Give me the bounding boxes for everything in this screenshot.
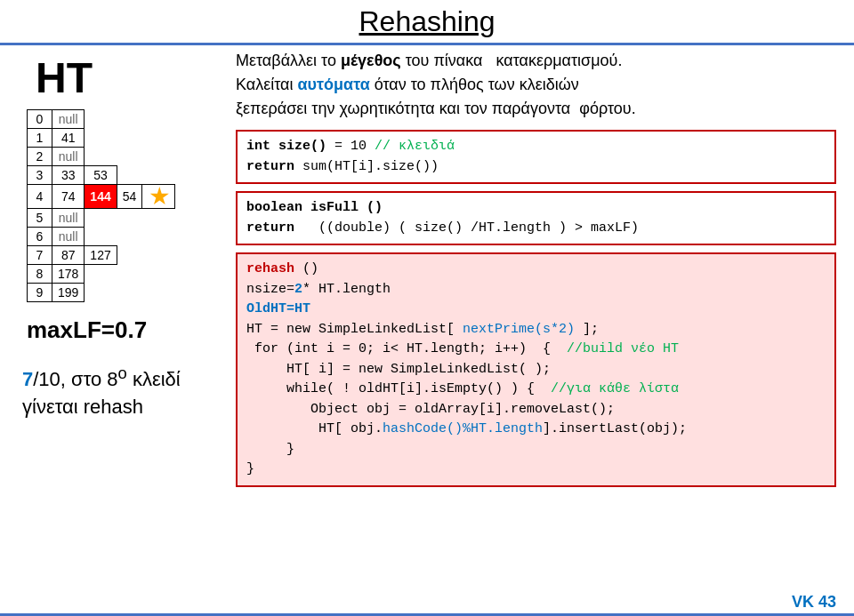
row-index: 0 bbox=[28, 110, 52, 129]
table-row: 9 199 bbox=[28, 284, 175, 302]
key-word: κλειδί bbox=[127, 368, 181, 390]
top-border bbox=[0, 43, 854, 45]
bottom-description: 7/10, στο 8ο κλειδί γίνεται rehash bbox=[22, 362, 222, 421]
row-value: 41 bbox=[52, 129, 85, 148]
code-rest: ((double) ( size() /HT.length ) > maxLF) bbox=[294, 220, 639, 236]
table-row: 0 null bbox=[28, 110, 175, 129]
ht-label: HT bbox=[36, 53, 222, 102]
code-line: HT[ i] = new SimpleLinkedList( ); bbox=[246, 360, 826, 380]
code-line: } bbox=[246, 460, 826, 480]
table-row: 7 87 127 bbox=[28, 246, 175, 265]
title-text: Rehashing bbox=[359, 5, 495, 38]
bold-megethos: μέγεθος bbox=[341, 52, 401, 69]
row-value: null bbox=[52, 148, 85, 166]
code-line: Object obj = oldArray[i].removeLast(); bbox=[246, 400, 826, 420]
comment-foreach: //για κάθε λίστα bbox=[551, 381, 679, 396]
table-row: 8 178 bbox=[28, 265, 175, 284]
row-index: 9 bbox=[28, 284, 52, 302]
code-line: return ((double) ( size() /HT.length ) >… bbox=[246, 219, 826, 239]
table-row: 5 null bbox=[28, 209, 175, 228]
row-value: null bbox=[52, 110, 85, 129]
code-line: boolean isFull () bbox=[246, 198, 826, 219]
auto-word: αυτόματα bbox=[297, 76, 369, 93]
code-box-rehash: rehash () nsize=2* HT.length OldHT=HT HT… bbox=[236, 252, 836, 487]
table-row: 1 41 bbox=[28, 129, 175, 148]
bottom-line1: 7/10, στο 8ο κλειδί bbox=[22, 362, 222, 394]
num-2: 2 bbox=[294, 282, 302, 297]
code-rest: = 10 // κλειδιά bbox=[326, 139, 455, 154]
slide-title: Rehashing bbox=[0, 0, 854, 43]
intro-text: Μεταβάλλει το μέγεθος του πίνακα κατακερ… bbox=[236, 49, 836, 121]
number-7: 7 bbox=[22, 368, 33, 390]
code-line: while( ! oldHT[i].isEmpty() ) { //για κά… bbox=[246, 380, 826, 400]
table-row: 6 null bbox=[28, 228, 175, 246]
code-line: return sum(HT[i].size()) bbox=[246, 157, 826, 178]
kw-return: return bbox=[246, 159, 294, 174]
code-line: HT[ obj.hashCode()%HT.length].insertLast… bbox=[246, 420, 826, 440]
hash-table: 0 null 1 41 2 null 3 33 53 4 74 144 54 bbox=[27, 109, 175, 302]
explosion-icon bbox=[142, 185, 175, 209]
row-index: 4 bbox=[28, 185, 52, 209]
bottom-line2: γίνεται rehash bbox=[22, 394, 222, 421]
vk-badge: VK 43 bbox=[792, 593, 836, 612]
kw-return2: return bbox=[246, 220, 294, 236]
code-line: OldHT=HT bbox=[246, 300, 826, 320]
row-index: 1 bbox=[28, 129, 52, 148]
code-line: HT = new SimpleLinkedList[ nextPrime(s*2… bbox=[246, 320, 826, 340]
code-line: } bbox=[246, 440, 826, 460]
right-panel: Μεταβάλλει το μέγεθος του πίνακα κατακερ… bbox=[236, 49, 836, 494]
row-index: 8 bbox=[28, 265, 52, 284]
code-line: for (int i = 0; i< HT.length; i++) { //b… bbox=[246, 340, 826, 360]
row-value: 127 bbox=[85, 246, 117, 265]
row-value: 178 bbox=[52, 265, 85, 284]
row-index: 7 bbox=[28, 246, 52, 265]
code-box-isfull: boolean isFull () return ((double) ( siz… bbox=[236, 191, 836, 245]
code-line: nsize=2* HT.length bbox=[246, 280, 826, 300]
row-value: 87 bbox=[52, 246, 85, 265]
code-line: int size() = 10 // κλειδιά bbox=[246, 137, 826, 157]
row-index: 5 bbox=[28, 209, 52, 228]
intro-line1: Μεταβάλλει το μέγεθος του πίνακα κατακερ… bbox=[236, 49, 836, 73]
row-value: null bbox=[52, 209, 85, 228]
maxlf-text: maxLF=0.7 bbox=[27, 316, 222, 344]
slash-10: /10, στο 8 bbox=[33, 368, 117, 390]
table-row: 3 33 53 bbox=[28, 166, 175, 185]
intro-line3: ξεπεράσει την χωρητικότητα και τον παράγ… bbox=[236, 97, 836, 121]
left-panel: HT 0 null 1 41 2 null 3 33 53 4 74 bbox=[18, 53, 222, 421]
comment-keys: // κλειδιά bbox=[375, 139, 455, 154]
code-line: rehash () bbox=[246, 260, 826, 280]
kw-nextprime: nextPrime(s*2) bbox=[463, 322, 575, 337]
row-value: 33 bbox=[52, 166, 85, 185]
row-value: null bbox=[52, 228, 85, 246]
row-value-highlighted: 144 bbox=[85, 185, 117, 209]
row-value: 53 bbox=[85, 166, 117, 185]
table-row: 2 null bbox=[28, 148, 175, 166]
code-box-size: int size() = 10 // κλειδιά return sum(HT… bbox=[236, 130, 836, 184]
superscript-o: ο bbox=[118, 364, 127, 382]
code-rest: sum(HT[i].size()) bbox=[294, 159, 439, 174]
comment-build: //build νέο ΗΤ bbox=[567, 341, 679, 356]
row-index: 2 bbox=[28, 148, 52, 166]
kw-boolean-isfull: boolean isFull () bbox=[246, 200, 383, 215]
kw-oldht: OldHT=HT bbox=[246, 301, 310, 316]
row-index: 6 bbox=[28, 228, 52, 246]
kw-hashcode: hashCode()%HT.length bbox=[383, 421, 543, 436]
kw-int-size: int size() bbox=[246, 139, 326, 154]
table-row: 4 74 144 54 bbox=[28, 185, 175, 209]
row-value: 199 bbox=[52, 284, 85, 302]
intro-line2: Καλείται αυτόματα όταν το πλήθος των κλε… bbox=[236, 73, 836, 97]
kw-rehash: rehash bbox=[246, 261, 294, 276]
row-index: 3 bbox=[28, 166, 52, 185]
code-rest: () bbox=[294, 261, 318, 276]
row-value: 54 bbox=[117, 185, 142, 209]
row-value: 74 bbox=[52, 185, 85, 209]
